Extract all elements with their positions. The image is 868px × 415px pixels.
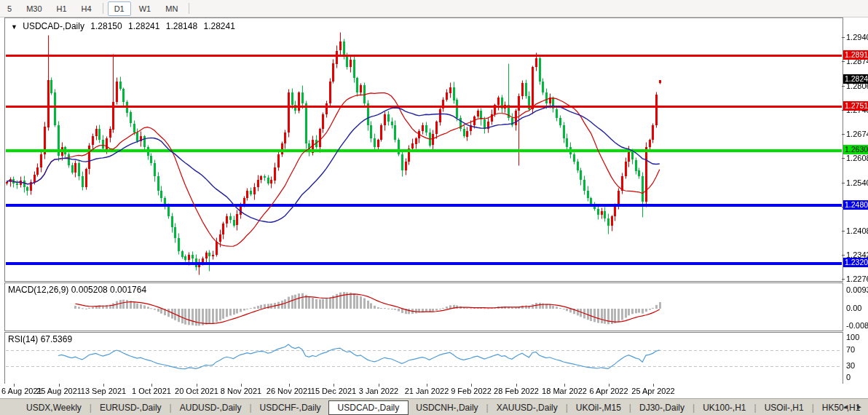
price-tick-mark [842, 61, 845, 62]
chart-tab-uk100[interactable]: UK100-,H1 [695, 401, 753, 414]
price-tick-label: 1.22760 [846, 274, 868, 283]
date-label: 20 Oct 2021 [175, 387, 218, 395]
rsi-scale-label: 30 [846, 361, 855, 370]
timeframe-button-d1[interactable]: D1 [108, 1, 131, 16]
chart-tab-usdx[interactable]: USDX,Weekly [19, 401, 89, 414]
timeframe-toolbar: 5M30H1H4D1W1MN [0, 0, 868, 17]
timeframe-button-m30[interactable]: M30 [20, 1, 48, 16]
chart-tab-usdcnh[interactable]: USDCNH-,Daily [409, 401, 485, 414]
level-price-label: 1.24800 [843, 200, 868, 210]
time-axis[interactable]: 6 Aug 202125 Aug 202113 Sep 20211 Oct 20… [0, 384, 868, 398]
current-price-label: 1.28241 [843, 74, 868, 84]
date-label: 1 Oct 2021 [132, 387, 171, 395]
level-price-label: 1.27515 [843, 101, 868, 111]
date-label: 13 Sep 2021 [81, 387, 126, 395]
price-tick-mark [842, 231, 845, 232]
toolbar-separator [189, 3, 189, 14]
price-tick-label: 1.26080 [846, 154, 868, 162]
chart-tab-eurusd[interactable]: EURUSD-,Daily [92, 401, 169, 414]
level-price-label: 1.23203 [843, 258, 868, 267]
macd-scale-label: 0.009345 [846, 285, 868, 294]
chart-symbol-label: USDCAD-,Daily [23, 21, 84, 31]
chart-tabs-bar: USDX,Weekly|EURUSD-,Daily|AUDUSD-,Daily|… [0, 398, 868, 415]
ohlc-high: 1.28241 [128, 21, 159, 31]
rsi-scale-label: 0 [846, 373, 851, 382]
price-tick-label: 1.25400 [846, 178, 868, 187]
rsi-scale-label: 70 [846, 345, 855, 354]
date-label: 6 Apr 2022 [589, 387, 628, 395]
timeframe-button-h1[interactable]: H1 [50, 1, 74, 16]
ohlc-close: 1.28241 [204, 21, 235, 31]
price-tick-mark [842, 279, 845, 280]
timeframe-button-mn[interactable]: MN [159, 1, 184, 16]
price-tick-mark [842, 86, 845, 87]
date-label: 18 Mar 2022 [542, 387, 587, 395]
rsi-label: RSI(14) 67.5369 [8, 334, 72, 344]
chart-menu-icon[interactable]: ▼ [11, 23, 17, 31]
chart-tab-usdcad[interactable]: USDCAD-,Daily [328, 400, 409, 415]
price-tick-mark [842, 255, 845, 256]
rsi-canvas[interactable] [5, 333, 843, 383]
toolbar-separator [103, 3, 103, 14]
date-label: 8 Nov 2021 [221, 387, 261, 395]
chart-tab-usdchf[interactable]: USDCHF-,Daily [253, 401, 328, 414]
timeframe-button-5[interactable]: 5 [1, 1, 18, 16]
price-tick-mark [842, 183, 845, 183]
date-label: 28 Feb 2022 [494, 387, 539, 395]
main-chart-canvas[interactable] [5, 18, 843, 280]
date-label: 21 Jan 2022 [405, 387, 449, 395]
price-tick-label: 1.29400 [846, 33, 868, 42]
price-tick-label: 1.24080 [846, 226, 868, 235]
price-tick-mark [842, 158, 845, 159]
date-label: 26 Nov 2021 [267, 387, 312, 395]
chart-tab-usoil[interactable]: USOil-,H1 [757, 401, 811, 414]
main-chart-panel: ▼ USDCAD-,Daily 1.28150 1.28241 1.28148 … [4, 17, 843, 282]
chart-tab-xauusd[interactable]: XAUUSD-,Daily [489, 401, 565, 414]
chart-tab-audusd[interactable]: AUDUSD-,Daily [173, 401, 249, 414]
chart-header: ▼ USDCAD-,Daily 1.28150 1.28241 1.28148 … [11, 21, 239, 31]
tab-scroll-arrows-icon[interactable]: ◄ ► [842, 403, 865, 411]
macd-scale-label: -0.00890 [846, 321, 868, 330]
timeframe-button-w1[interactable]: W1 [133, 1, 158, 16]
date-label: 15 Dec 2021 [311, 387, 356, 395]
timeframe-button-h4[interactable]: H4 [75, 1, 98, 16]
price-tick-label: 1.26740 [846, 130, 868, 138]
trading-app-window: 5M30H1H4D1W1MN ▼ USDCAD-,Daily 1.28150 1… [0, 0, 868, 415]
ohlc-open: 1.28150 [90, 21, 122, 31]
level-price-label: 1.26303 [843, 145, 868, 154]
rsi-panel: RSI(14) 67.5369 [4, 332, 843, 385]
price-tick-mark [842, 134, 845, 135]
price-tick-mark [842, 37, 845, 38]
macd-scale-label: 0.00 [846, 304, 861, 312]
level-price-label: 1.28912 [843, 50, 868, 60]
date-label: 25 Aug 2021 [36, 387, 82, 395]
ohlc-low: 1.28148 [166, 21, 197, 31]
price-axis[interactable]: 1.294001.287401.280601.274001.267401.260… [843, 17, 868, 384]
macd-label: MACD(12,26,9) 0.005208 0.001764 [8, 285, 146, 295]
macd-panel: MACD(12,26,9) 0.005208 0.001764 [4, 282, 843, 331]
date-label: 9 Feb 2022 [451, 387, 492, 395]
chart-tab-dj30[interactable]: DJ30-,Daily [632, 401, 692, 414]
date-label: 3 Jan 2022 [359, 387, 398, 395]
date-label: 25 Apr 2022 [631, 387, 674, 395]
rsi-scale-label: 100 [846, 333, 859, 341]
chart-tab-ukoil[interactable]: UKOil-,M15 [569, 401, 628, 414]
